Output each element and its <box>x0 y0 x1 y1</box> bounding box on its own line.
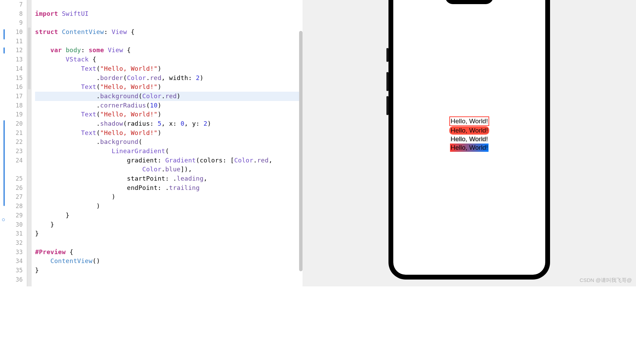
text-with-shadow: Hello, World! <box>450 135 489 143</box>
code-line[interactable]: var body: some View { <box>35 46 303 55</box>
code-line[interactable]: Text("Hello, World!") <box>35 64 303 73</box>
line-number: 7 <box>0 0 27 9</box>
code-line[interactable]: } <box>35 266 303 275</box>
code-line[interactable]: } <box>35 220 303 229</box>
watermark-text: CSDN @请叫我飞哥@ <box>580 277 632 284</box>
line-number: 34 <box>0 257 27 266</box>
line-number: 21 <box>0 128 27 138</box>
line-number: 15 <box>0 73 27 83</box>
line-number: 31 <box>0 229 27 238</box>
code-line[interactable]: #Preview { <box>35 248 303 257</box>
preview-pane: Hello, World! Hello, World! Hello, World… <box>303 0 636 286</box>
line-number: 32 <box>0 238 27 248</box>
code-line[interactable] <box>35 37 303 46</box>
line-number: 16 <box>0 82 27 92</box>
code-line[interactable] <box>35 275 303 284</box>
iphone-simulator-frame: Hello, World! Hello, World! Hello, World… <box>388 0 550 280</box>
line-number: 9 <box>0 18 27 27</box>
code-line[interactable]: .border(Color.red, width: 2) <box>35 73 303 83</box>
line-number: 24 <box>0 156 27 165</box>
text-with-gradient: Hello, World! <box>450 144 489 152</box>
code-editor-pane: 789101112131415161718192021222324 252627… <box>0 0 303 286</box>
line-number: 12 <box>0 46 27 55</box>
code-line[interactable]: Color.blue]), <box>35 165 303 174</box>
code-line[interactable]: Text("Hello, World!") <box>35 82 303 92</box>
line-number: 28 <box>0 202 27 211</box>
phone-side-button <box>386 48 388 62</box>
line-number: 13 <box>0 55 27 64</box>
code-line[interactable] <box>35 238 303 248</box>
line-number: 11 <box>0 37 27 46</box>
code-line[interactable]: Text("Hello, World!") <box>35 110 303 119</box>
line-number: 29 <box>0 211 27 220</box>
line-number: 8 <box>0 9 27 19</box>
code-line[interactable]: } <box>35 229 303 238</box>
text-with-border: Hello, World! <box>449 116 489 126</box>
text-with-red-background: Hello, World! <box>449 126 489 135</box>
phone-volume-up-button <box>386 72 388 91</box>
code-line[interactable]: startPoint: .leading, <box>35 174 303 183</box>
line-number: 20 <box>0 119 27 128</box>
phone-notch <box>445 0 493 4</box>
code-line[interactable]: ContentView() <box>35 257 303 266</box>
line-number: 25 <box>0 174 27 183</box>
line-number: 36 <box>0 275 27 284</box>
code-line[interactable]: .background( <box>35 137 303 147</box>
code-line[interactable]: .cornerRadius(10) <box>35 101 303 110</box>
code-line[interactable]: ) <box>35 192 303 202</box>
code-line[interactable]: struct ContentView: View { <box>35 27 303 37</box>
code-line[interactable]: VStack { <box>35 55 303 64</box>
line-number: 26 <box>0 183 27 193</box>
code-line[interactable]: LinearGradient( <box>35 147 303 156</box>
line-number: 33 <box>0 248 27 257</box>
line-number: 17 <box>0 92 27 101</box>
line-number <box>0 165 27 174</box>
line-number: 22 <box>0 137 27 147</box>
code-line[interactable]: .shadow(radius: 5, x: 0, y: 2) <box>35 119 303 128</box>
line-number: 14 <box>0 64 27 73</box>
code-line[interactable]: .background(Color.red) <box>35 92 303 101</box>
line-number: 27 <box>0 192 27 202</box>
code-line[interactable]: ) <box>35 202 303 211</box>
vertical-scrollbar[interactable] <box>299 31 303 271</box>
code-line[interactable]: Text("Hello, World!") <box>35 128 303 138</box>
line-gutter: 789101112131415161718192021222324 252627… <box>0 0 27 286</box>
line-number: 10 <box>0 27 27 37</box>
code-line[interactable]: gradient: Gradient(colors: [Color.red, <box>35 156 303 165</box>
line-number: 23 <box>0 147 27 156</box>
line-number: 19 <box>0 110 27 119</box>
fold-column <box>27 0 32 286</box>
line-number: 35 <box>0 266 27 275</box>
code-line[interactable]: import SwiftUI <box>35 9 303 19</box>
code-line[interactable]: } <box>35 211 303 220</box>
phone-volume-down-button <box>386 96 388 115</box>
phone-content-area: Hello, World! Hello, World! Hello, World… <box>393 0 545 275</box>
code-line[interactable] <box>35 18 303 27</box>
code-area[interactable]: import SwiftUIstruct ContentView: View {… <box>32 0 303 286</box>
code-line[interactable]: endPoint: .trailing <box>35 183 303 193</box>
line-number: 18 <box>0 101 27 110</box>
code-line[interactable] <box>35 0 303 9</box>
line-number: 30 <box>0 220 27 229</box>
